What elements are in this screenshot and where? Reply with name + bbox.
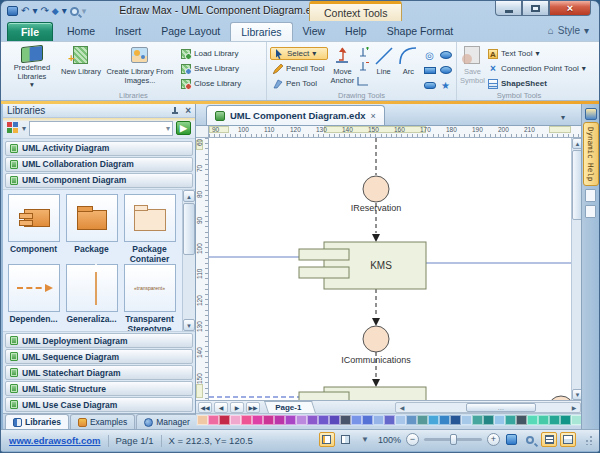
ribbon-tab[interactable]: Help <box>335 22 377 41</box>
ribbon-tab[interactable]: File <box>7 22 53 41</box>
pencil-tool-button[interactable]: Pencil Tool <box>270 62 328 75</box>
color-swatch[interactable] <box>450 415 461 425</box>
shape-package-container[interactable]: Package Container <box>121 194 178 264</box>
fit-to-window-button[interactable] <box>503 432 519 447</box>
shape-dependency[interactable]: Dependen... <box>5 264 62 332</box>
star-tool-icon[interactable]: ★ <box>438 78 453 92</box>
library-item[interactable]: UML Component Diagram <box>5 173 193 188</box>
color-swatch[interactable] <box>329 415 340 425</box>
undo-dropdown-icon[interactable]: ▾ <box>32 4 37 18</box>
color-swatch[interactable] <box>461 415 472 425</box>
zoom-slider-thumb[interactable] <box>450 434 457 445</box>
color-swatch[interactable] <box>505 415 516 425</box>
library-search-combobox[interactable]: ▾ <box>29 121 173 136</box>
palette-dropdown-icon[interactable]: ▾ <box>22 124 26 133</box>
redo-button[interactable]: ↷ <box>40 4 48 18</box>
color-swatch[interactable] <box>362 415 373 425</box>
component-bottom-partial[interactable] <box>299 387 426 400</box>
color-swatch[interactable] <box>549 415 560 425</box>
color-swatch[interactable] <box>219 415 230 425</box>
close-button[interactable]: × <box>549 1 591 16</box>
interface-ireservation[interactable]: IReservation <box>351 176 402 213</box>
navigate-dropdown-icon[interactable]: ▾ <box>62 4 67 18</box>
scroll-down-icon[interactable]: ▼ <box>183 319 195 331</box>
dynamic-help-icon[interactable] <box>585 108 597 120</box>
color-swatch[interactable] <box>263 415 274 425</box>
color-swatch[interactable] <box>395 415 406 425</box>
color-swatch[interactable] <box>527 415 538 425</box>
style-button[interactable]: ⌂ Style ▾ <box>548 25 589 36</box>
color-swatch[interactable] <box>538 415 549 425</box>
color-swatch[interactable] <box>351 415 362 425</box>
connection-point-tool-button[interactable]: ×Connection Point Tool▾ <box>485 62 589 75</box>
document-tab[interactable]: UML Component Diagram.edx × <box>206 105 385 125</box>
tab-libraries[interactable]: Libraries <box>5 414 69 429</box>
previous-page-button[interactable]: ◀ <box>214 402 228 413</box>
ribbon-tab[interactable]: Libraries <box>230 22 292 41</box>
zoom-in-button[interactable]: + <box>487 433 500 446</box>
color-swatch[interactable] <box>483 415 494 425</box>
tab-manager[interactable]: Manager <box>136 414 198 429</box>
ribbon-tab[interactable]: View <box>293 22 336 41</box>
library-item[interactable]: UML Collaboration Diagram <box>5 157 193 172</box>
color-swatch[interactable] <box>560 415 571 425</box>
print-preview-icon[interactable] <box>70 7 79 16</box>
library-item[interactable]: UML Sequence Diagram <box>5 349 193 364</box>
context-tools-tab[interactable]: Context Tools <box>309 1 402 21</box>
document-close-icon[interactable]: × <box>370 111 375 121</box>
scroll-up-icon[interactable]: ▲ <box>183 190 195 202</box>
color-swatch[interactable] <box>494 415 505 425</box>
scroll-right-icon[interactable]: ▶ <box>568 404 580 411</box>
library-item[interactable]: UML Deployment Diagram <box>5 333 193 348</box>
scroll-left-icon[interactable]: ◀ <box>396 404 408 411</box>
color-swatch[interactable] <box>384 415 395 425</box>
pin-icon[interactable] <box>171 107 179 115</box>
predefined-libraries-button[interactable]: Predefined Libraries ▾ <box>4 44 60 90</box>
color-swatch[interactable] <box>318 415 329 425</box>
full-screen-view-button[interactable]: ▼ <box>357 432 373 447</box>
shape-transparent-stereotype[interactable]: «transparent» Transparent Stereotype <box>121 264 178 332</box>
save-library-button[interactable]: Save Library <box>178 62 244 75</box>
library-item[interactable]: UML Activity Diagram <box>5 141 193 156</box>
color-swatch[interactable] <box>230 415 241 425</box>
spiral-tool-icon[interactable]: ◎ <box>422 48 437 62</box>
page-width-view-button[interactable] <box>338 432 354 447</box>
dynamic-help-tab[interactable]: Dynamic Help <box>583 122 599 186</box>
canvas-horizontal-scrollbar[interactable]: ◀ ⋯ ▶ <box>395 402 581 413</box>
first-page-button[interactable]: ◀◀ <box>198 402 212 413</box>
color-swatch[interactable] <box>472 415 483 425</box>
resize-grip[interactable] <box>583 435 593 445</box>
shape-area-scrollbar[interactable]: ▲ ▼ <box>182 190 195 331</box>
library-palette-icon[interactable] <box>7 122 19 134</box>
remove-anchor-icon[interactable] <box>357 61 369 73</box>
last-page-button[interactable]: ▶▶ <box>246 402 260 413</box>
ribbon-tab[interactable]: Shape Format <box>377 22 464 41</box>
zoom-out-button[interactable]: − <box>406 433 419 446</box>
save-icon[interactable] <box>7 6 18 16</box>
interface-icommunications[interactable]: ICommunications <box>341 326 411 365</box>
shape-package[interactable]: Package <box>63 194 120 264</box>
color-swatch[interactable] <box>516 415 527 425</box>
pen-tool-button[interactable]: Pen Tool <box>270 77 328 90</box>
library-go-button[interactable]: ▶ <box>176 121 191 135</box>
color-swatch[interactable] <box>340 415 351 425</box>
undo-button[interactable]: ↶ <box>21 4 29 18</box>
scrollbar-thumb[interactable] <box>183 203 195 255</box>
select-tool-button[interactable]: Select ▾ <box>270 47 328 60</box>
text-tool-button[interactable]: AText Tool▾ <box>485 47 589 60</box>
add-anchor-icon[interactable] <box>357 47 369 59</box>
tab-list-dropdown-icon[interactable]: ▾ <box>561 113 565 122</box>
qat-customize-icon[interactable]: ▾ <box>82 6 87 16</box>
color-swatch[interactable] <box>417 415 428 425</box>
navigate-icon[interactable]: ◆ <box>52 4 59 18</box>
line-tool-button[interactable]: Line <box>370 44 396 90</box>
ribbon-tab[interactable]: Page Layout <box>151 22 230 41</box>
side-page-icon[interactable] <box>585 205 596 218</box>
component-kms[interactable]: KMS <box>299 242 426 289</box>
color-swatch[interactable] <box>296 415 307 425</box>
scrollbar-thumb[interactable]: ⋯ <box>466 403 536 412</box>
library-item[interactable]: UML Static Structure <box>5 381 193 396</box>
zoom-slider[interactable] <box>424 438 482 441</box>
maximize-button[interactable] <box>522 1 549 16</box>
next-page-button[interactable]: ▶ <box>230 402 244 413</box>
